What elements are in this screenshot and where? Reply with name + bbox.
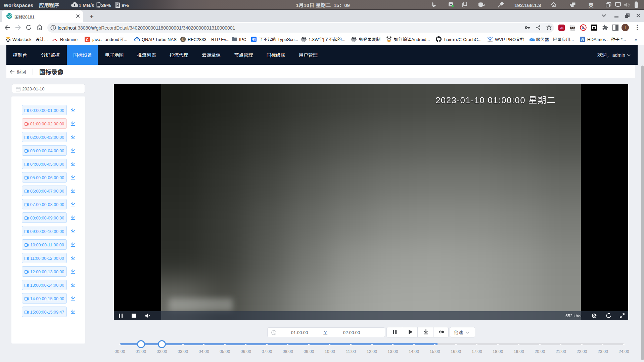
svg-text:WVP-PRO: WVP-PRO — [488, 41, 493, 43]
